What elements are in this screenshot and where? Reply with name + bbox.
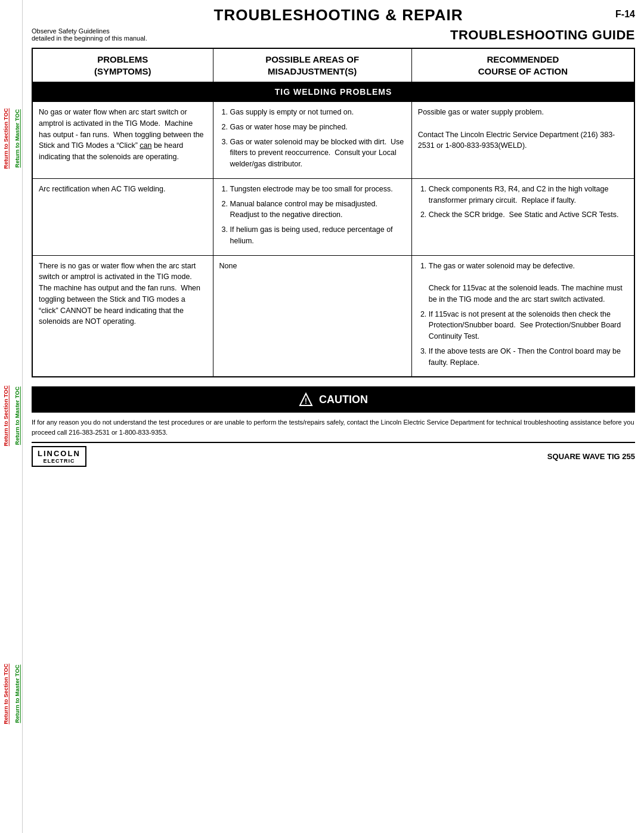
guide-title: TROUBLESHOOTING GUIDE xyxy=(450,27,635,43)
page-number: F-14 xyxy=(615,6,635,20)
table-row: No gas or water flow when arc start swit… xyxy=(32,102,634,179)
action-1: Possible gas or water supply problem. Co… xyxy=(411,102,634,179)
sidebar-tab-master-toc-3[interactable]: Return to Master TOC xyxy=(11,555,23,833)
sidebar-tab-master-toc-2[interactable]: Return to Master TOC xyxy=(11,277,23,555)
tig-section-header: TIG WELDING PROBLEMS xyxy=(32,82,634,102)
action-3: The gas or water solenoid may be defecti… xyxy=(411,255,634,377)
sidebar-tab-master-toc-1[interactable]: Return to Master TOC xyxy=(11,0,23,277)
problem-3: There is no gas or water flow when the a… xyxy=(32,255,213,377)
sidebar-tab-section-toc-3[interactable]: Return to Section TOC xyxy=(0,555,11,833)
sidebar-tab-section-toc-2[interactable]: Return to Section TOC xyxy=(0,277,11,555)
troubleshooting-table: PROBLEMS(SYMPTOMS) POSSIBLE AREAS OFMISA… xyxy=(32,48,635,377)
safety-note: Observe Safety Guidelines detailed in th… xyxy=(32,27,147,42)
caution-box: ! CAUTION xyxy=(32,386,635,413)
problem-1: No gas or water flow when arc start swit… xyxy=(32,102,213,179)
footer-text: If for any reason you do not understand … xyxy=(32,417,635,437)
lincoln-electric-logo: LINCOLN ELECTRIC xyxy=(32,446,86,467)
misadj-3: None xyxy=(213,255,411,377)
caution-icon: ! xyxy=(299,392,313,407)
misadj-2: Tungsten electrode may be too small for … xyxy=(213,178,411,255)
page-title: TROUBLESHOOTING & REPAIR xyxy=(61,6,615,24)
table-row: Arc rectification when AC TIG welding. T… xyxy=(32,178,634,255)
svg-text:!: ! xyxy=(305,397,307,405)
misadj-1: Gas supply is empty or not turned on. Ga… xyxy=(213,102,411,179)
sidebar-tab-section-toc-1[interactable]: Return to Section TOC xyxy=(0,0,11,277)
problem-2: Arc rectification when AC TIG welding. xyxy=(32,178,213,255)
caution-label: CAUTION xyxy=(319,394,368,406)
col-header-misadj: POSSIBLE AREAS OFMISADJUSTMENT(S) xyxy=(213,48,411,82)
col-header-problems: PROBLEMS(SYMPTOMS) xyxy=(32,48,213,82)
footer-bottom: LINCOLN ELECTRIC SQUARE WAVE TIG 255 xyxy=(32,442,635,467)
col-header-action: RECOMMENDEDCOURSE OF ACTION xyxy=(411,48,634,82)
model-name: SQUARE WAVE TIG 255 xyxy=(547,452,635,461)
action-2: Check components R3, R4, and C2 in the h… xyxy=(411,178,634,255)
table-row: There is no gas or water flow when the a… xyxy=(32,255,634,377)
